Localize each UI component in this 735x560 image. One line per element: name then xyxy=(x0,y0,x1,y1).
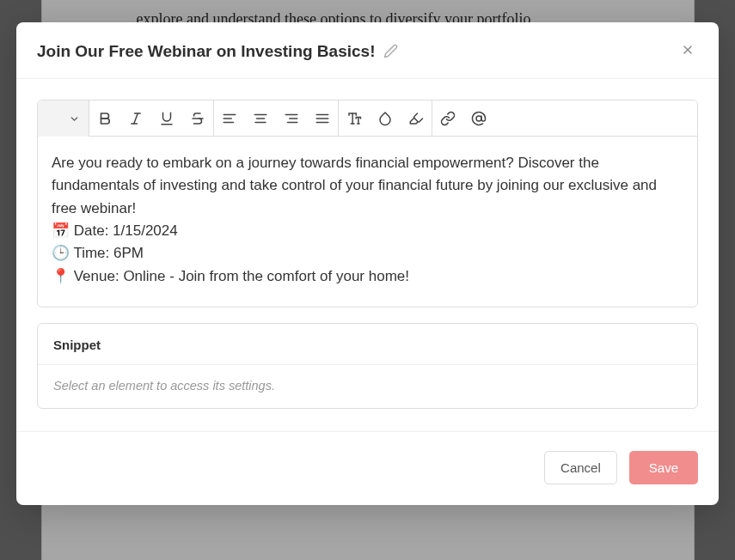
underline-button[interactable] xyxy=(151,100,182,137)
italic-button[interactable] xyxy=(120,100,151,137)
editor-toolbar xyxy=(38,100,697,137)
insert-group xyxy=(432,100,494,136)
rich-text-editor: Are you ready to embark on a journey tow… xyxy=(37,100,698,307)
svg-line-4 xyxy=(134,113,138,124)
align-justify-button[interactable] xyxy=(307,100,338,137)
link-button[interactable] xyxy=(432,100,463,137)
modal-title: Join Our Free Webinar on Investing Basic… xyxy=(37,42,375,61)
snippet-header: Snippet xyxy=(38,324,697,365)
align-center-button[interactable] xyxy=(245,100,276,137)
editor-venue-line: 📍 Venue: Online - Join from the comfort … xyxy=(52,265,683,288)
style-dropdown[interactable] xyxy=(38,100,89,137)
snippet-panel: Snippet Select an element to access its … xyxy=(37,323,698,409)
pencil-icon[interactable] xyxy=(383,44,398,58)
text-style-group xyxy=(339,100,432,136)
cancel-button[interactable]: Cancel xyxy=(544,451,617,484)
editor-modal: Join Our Free Webinar on Investing Basic… xyxy=(16,22,719,505)
text-format-group xyxy=(89,100,214,136)
bold-button[interactable] xyxy=(89,100,120,137)
highlight-button[interactable] xyxy=(401,100,432,137)
modal-body: Are you ready to embark on a journey tow… xyxy=(16,79,719,409)
alignment-group xyxy=(214,100,339,136)
strikethrough-button[interactable] xyxy=(182,100,213,137)
save-button[interactable]: Save xyxy=(629,451,698,484)
editor-content[interactable]: Are you ready to embark on a journey tow… xyxy=(38,137,697,307)
modal-header: Join Our Free Webinar on Investing Basic… xyxy=(16,22,719,79)
svg-point-23 xyxy=(476,116,481,121)
editor-intro-text: Are you ready to embark on a journey tow… xyxy=(52,152,683,220)
modal-footer: Cancel Save xyxy=(16,431,719,505)
mention-button[interactable] xyxy=(463,100,494,137)
text-color-button[interactable] xyxy=(370,100,401,137)
snippet-placeholder: Select an element to access its settings… xyxy=(38,365,697,408)
align-right-button[interactable] xyxy=(276,100,307,137)
close-icon[interactable] xyxy=(677,40,698,63)
editor-time-line: 🕒 Time: 6PM xyxy=(52,242,683,265)
editor-date-line: 📅 Date: 1/15/2024 xyxy=(52,220,683,242)
font-size-button[interactable] xyxy=(339,100,370,137)
align-left-button[interactable] xyxy=(214,100,245,137)
